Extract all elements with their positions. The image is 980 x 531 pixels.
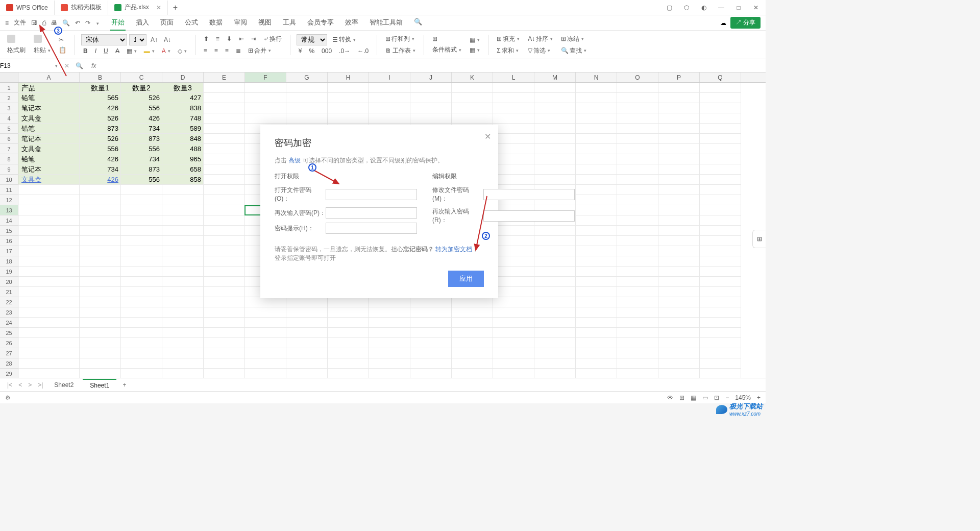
tab-page[interactable]: 页面: [159, 15, 175, 31]
cell[interactable]: [700, 205, 741, 215]
cell[interactable]: [534, 328, 576, 338]
cell[interactable]: [162, 256, 204, 267]
cell[interactable]: [369, 369, 410, 378]
cell[interactable]: [245, 83, 286, 93]
cell[interactable]: [245, 318, 286, 328]
cell[interactable]: [162, 267, 204, 277]
cell[interactable]: [80, 236, 121, 246]
cell[interactable]: [452, 297, 493, 307]
cell[interactable]: [700, 215, 741, 226]
cell[interactable]: [80, 358, 121, 369]
col-header[interactable]: K: [452, 73, 493, 82]
cell[interactable]: [245, 369, 286, 378]
cell[interactable]: [617, 287, 658, 297]
cell[interactable]: [700, 226, 741, 236]
row-header[interactable]: 22: [0, 297, 18, 307]
row-header[interactable]: 3: [0, 103, 18, 113]
cell[interactable]: [658, 205, 700, 215]
rowcol-button[interactable]: ⊞行和列: [383, 34, 418, 44]
cell[interactable]: [534, 103, 576, 113]
cell[interactable]: [617, 277, 658, 287]
cell[interactable]: [658, 164, 700, 175]
cell[interactable]: [534, 358, 576, 369]
cell[interactable]: [617, 215, 658, 226]
row-header[interactable]: 28: [0, 358, 18, 369]
cell[interactable]: [534, 267, 576, 277]
cell[interactable]: [617, 246, 658, 256]
cell[interactable]: [328, 369, 369, 378]
sum-button[interactable]: Σ求和: [495, 45, 522, 56]
cell[interactable]: [204, 226, 245, 236]
cell[interactable]: [162, 287, 204, 297]
cell[interactable]: [162, 307, 204, 318]
cell[interactable]: [617, 338, 658, 348]
cell[interactable]: [80, 307, 121, 318]
cell[interactable]: [617, 134, 658, 144]
cell[interactable]: [121, 185, 162, 195]
cell[interactable]: [700, 134, 741, 144]
row-header[interactable]: 8: [0, 154, 18, 164]
clear-icon[interactable]: ◇: [176, 46, 189, 56]
cell[interactable]: [452, 83, 493, 93]
tab-wps-home[interactable]: WPS Office: [0, 1, 55, 15]
cell[interactable]: [700, 358, 741, 369]
cell[interactable]: [576, 175, 617, 185]
row-header[interactable]: 26: [0, 338, 18, 348]
cell[interactable]: [121, 267, 162, 277]
cell[interactable]: [534, 318, 576, 328]
cell[interactable]: [576, 164, 617, 175]
cell[interactable]: [18, 369, 80, 378]
cell[interactable]: [658, 287, 700, 297]
cell[interactable]: [204, 215, 245, 226]
cell[interactable]: [617, 144, 658, 154]
cell[interactable]: [700, 154, 741, 164]
cell[interactable]: [576, 215, 617, 226]
freeze-button[interactable]: ⊞冻结: [559, 34, 589, 44]
cell[interactable]: [617, 226, 658, 236]
cell[interactable]: [658, 246, 700, 256]
cell[interactable]: 734: [121, 154, 162, 164]
tab-smart[interactable]: 智能工具箱: [369, 15, 404, 31]
cell[interactable]: 426: [80, 103, 121, 113]
tab-efficiency[interactable]: 效率: [344, 15, 359, 31]
sheet-tab[interactable]: Sheet2: [47, 379, 81, 391]
cell[interactable]: [493, 267, 534, 277]
more-icon[interactable]: [95, 19, 99, 27]
cell[interactable]: [658, 185, 700, 195]
cell[interactable]: [410, 358, 452, 369]
cell[interactable]: [576, 328, 617, 338]
cell[interactable]: [18, 195, 80, 205]
tab-member[interactable]: 会员专享: [306, 15, 335, 31]
cell[interactable]: [369, 297, 410, 307]
cell[interactable]: [658, 103, 700, 113]
cell[interactable]: [576, 144, 617, 154]
cell[interactable]: [245, 338, 286, 348]
row-header[interactable]: 1: [0, 83, 18, 93]
cell[interactable]: [576, 369, 617, 378]
cell[interactable]: 873: [121, 164, 162, 175]
cell[interactable]: [80, 297, 121, 307]
cell[interactable]: [204, 256, 245, 267]
cell[interactable]: [204, 297, 245, 307]
decrease-font-icon[interactable]: A↓: [162, 34, 173, 45]
cell[interactable]: [162, 205, 204, 215]
row-header[interactable]: 25: [0, 328, 18, 338]
cell[interactable]: [204, 195, 245, 205]
undo-icon[interactable]: ↶: [75, 19, 80, 27]
cell[interactable]: [576, 307, 617, 318]
cell[interactable]: [162, 297, 204, 307]
cell[interactable]: [576, 267, 617, 277]
cell[interactable]: [245, 328, 286, 338]
cell[interactable]: [18, 185, 80, 195]
cell[interactable]: [204, 307, 245, 318]
cell[interactable]: [658, 195, 700, 205]
cell[interactable]: [534, 277, 576, 287]
cell[interactable]: [204, 185, 245, 195]
layout-view-icon[interactable]: ⊡: [714, 394, 719, 401]
cell[interactable]: [410, 93, 452, 103]
cell[interactable]: [576, 338, 617, 348]
cell[interactable]: [576, 246, 617, 256]
cell[interactable]: [245, 348, 286, 358]
cell[interactable]: [162, 338, 204, 348]
cell[interactable]: [617, 83, 658, 93]
